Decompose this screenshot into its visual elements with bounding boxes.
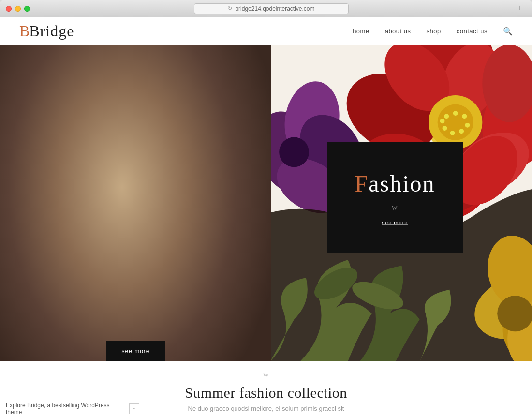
site-logo[interactable]: BBridge bbox=[19, 22, 74, 40]
svg-rect-0 bbox=[0, 45, 271, 361]
svg-point-48 bbox=[279, 137, 309, 167]
fashion-see-more-link[interactable]: see more bbox=[382, 219, 408, 225]
site-header: BBridge home about us shop contact us 🔍 bbox=[0, 17, 532, 45]
model-background bbox=[0, 45, 271, 361]
svg-point-3 bbox=[67, 62, 204, 182]
maximize-button[interactable] bbox=[24, 6, 30, 12]
svg-point-12 bbox=[76, 308, 88, 320]
logo-accent: B bbox=[19, 22, 30, 40]
nav-contact-us[interactable]: contact us bbox=[457, 28, 488, 35]
logo-text: Bridge bbox=[29, 22, 74, 40]
svg-point-1 bbox=[58, 116, 213, 307]
nav-shop[interactable]: shop bbox=[427, 28, 441, 35]
fashion-divider: W bbox=[341, 204, 449, 211]
browser-titlebar: ↻ bridge214.qodeinteractive.com + bbox=[0, 0, 532, 17]
url-text: bridge214.qodeinteractive.com bbox=[235, 5, 314, 12]
svg-point-7 bbox=[142, 164, 159, 175]
svg-point-11 bbox=[55, 287, 73, 305]
collection-divider-line-right bbox=[276, 375, 305, 375]
nav-home[interactable]: home bbox=[353, 28, 369, 35]
svg-point-39 bbox=[459, 129, 464, 134]
collection-divider-letter: W bbox=[263, 371, 269, 379]
divider-line-left bbox=[341, 208, 387, 208]
svg-rect-10 bbox=[121, 230, 151, 266]
nav-about-us[interactable]: about us bbox=[385, 28, 411, 35]
svg-point-36 bbox=[453, 111, 458, 116]
bottom-bar-scroll-up-button[interactable]: ↑ bbox=[129, 403, 139, 414]
svg-point-2 bbox=[76, 92, 195, 236]
svg-point-15 bbox=[169, 287, 186, 304]
collection-title: Summer fashion collection bbox=[0, 385, 532, 401]
svg-point-5 bbox=[116, 166, 126, 174]
svg-point-42 bbox=[440, 119, 445, 123]
svg-point-55 bbox=[497, 296, 532, 331]
hero-left-see-more-button[interactable]: see more bbox=[106, 341, 165, 361]
svg-point-41 bbox=[443, 126, 447, 131]
fashion-title: Fashion bbox=[355, 170, 435, 196]
fashion-title-accent: F bbox=[355, 170, 369, 196]
svg-point-9 bbox=[148, 168, 153, 173]
new-tab-button[interactable]: + bbox=[513, 2, 526, 15]
model-illustration bbox=[0, 45, 271, 361]
hero-right-panel: Fashion W see more bbox=[271, 45, 532, 361]
hero-left-panel: see more bbox=[0, 45, 271, 361]
fashion-box: Fashion W see more bbox=[327, 142, 463, 253]
minimize-button[interactable] bbox=[15, 6, 21, 12]
divider-line-right bbox=[403, 208, 449, 208]
divider-letter: W bbox=[392, 204, 398, 211]
collection-divider: W bbox=[0, 371, 532, 379]
address-bar-container: ↻ bridge214.qodeinteractive.com bbox=[30, 3, 513, 14]
site-nav: home about us shop contact us 🔍 bbox=[353, 27, 513, 36]
svg-point-6 bbox=[118, 168, 123, 173]
svg-point-37 bbox=[462, 114, 467, 119]
bottom-bar: Explore Bridge, a bestselling WordPress … bbox=[0, 400, 145, 417]
website-content: BBridge home about us shop contact us 🔍 bbox=[0, 17, 532, 417]
svg-point-35 bbox=[444, 114, 449, 119]
svg-point-13 bbox=[93, 283, 107, 297]
collection-divider-line-left bbox=[227, 375, 256, 375]
search-icon[interactable]: 🔍 bbox=[503, 27, 513, 36]
hero-section: see more bbox=[0, 45, 532, 361]
browser-buttons bbox=[6, 6, 30, 12]
bottom-bar-text: Explore Bridge, a bestselling WordPress … bbox=[6, 402, 123, 416]
svg-point-40 bbox=[450, 131, 455, 135]
svg-point-4 bbox=[112, 164, 129, 175]
fashion-title-rest: ashion bbox=[369, 170, 435, 196]
svg-point-17 bbox=[153, 307, 166, 320]
svg-point-38 bbox=[465, 123, 470, 128]
address-bar[interactable]: ↻ bridge214.qodeinteractive.com bbox=[194, 3, 349, 14]
close-button[interactable] bbox=[6, 6, 12, 12]
svg-point-8 bbox=[146, 166, 156, 174]
hero-left-overlay: see more bbox=[0, 323, 271, 361]
refresh-icon[interactable]: ↻ bbox=[228, 5, 232, 12]
